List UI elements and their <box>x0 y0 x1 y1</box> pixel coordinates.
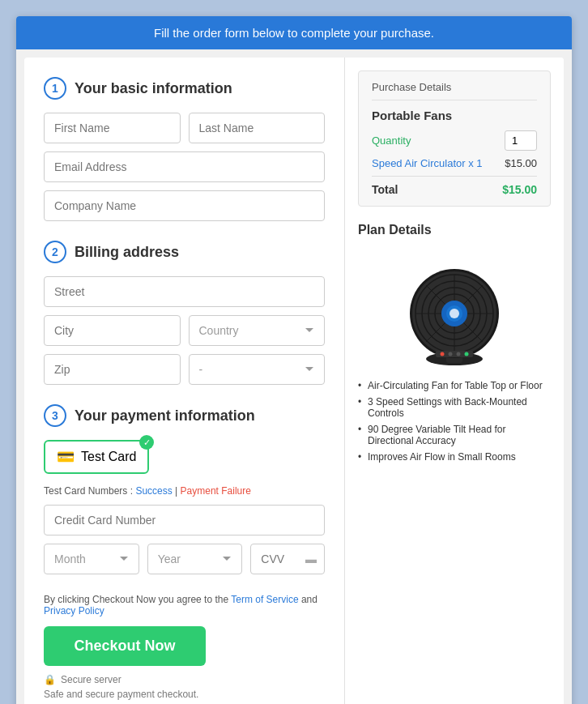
top-banner: Fill the order form below to complete yo… <box>16 16 572 49</box>
payment-header: 3 Your payment information <box>44 404 325 427</box>
street-row <box>44 276 325 307</box>
billing-header: 2 Billing address <box>44 241 325 263</box>
divider <box>372 176 537 177</box>
month-select[interactable]: Month 010203 040506 070809 101112 <box>44 544 139 574</box>
tos-link[interactable]: Term of Service <box>231 594 298 605</box>
terms-text: By clicking Checkout Now you agree to th… <box>44 594 325 617</box>
billing-title: Billing address <box>75 244 179 261</box>
feature-1: Air-Circulating Fan for Table Top or Flo… <box>358 380 551 391</box>
product-link[interactable]: Speed Air Circulator x 1 <box>372 157 483 169</box>
left-panel: 1 Your basic information 2 Billi <box>24 58 345 704</box>
product-price: $15.00 <box>505 157 537 169</box>
svg-point-19 <box>465 352 469 356</box>
lock-icon: 🔒 <box>44 674 56 685</box>
cvv-card-icon: ▬ <box>305 553 317 565</box>
section-number-1: 1 <box>44 77 66 100</box>
purchase-details-title: Purchase Details <box>372 81 537 100</box>
secure-row: 🔒 Secure server <box>44 674 325 685</box>
first-name-input[interactable] <box>44 113 181 143</box>
success-link[interactable]: Success <box>135 485 172 497</box>
safe-text: Safe and secure payment checkout. <box>44 689 325 700</box>
svg-point-16 <box>441 352 445 356</box>
basic-info-title: Your basic information <box>75 80 232 97</box>
expiry-cvv-row: Month 010203 040506 070809 101112 Year 2… <box>44 544 325 574</box>
cc-number-input[interactable] <box>44 505 325 535</box>
plan-features: Air-Circulating Fan for Table Top or Flo… <box>358 380 551 463</box>
payment-section: 3 Your payment information 💳 Test Card ✓… <box>44 404 325 574</box>
cc-row <box>44 505 325 535</box>
street-input[interactable] <box>44 276 325 307</box>
city-country-row: Country United States United Kingdom Can… <box>44 315 325 346</box>
svg-point-14 <box>450 309 459 318</box>
section-number-3: 3 <box>44 404 66 427</box>
quantity-label: Quantity <box>372 134 411 147</box>
name-row <box>44 113 325 143</box>
company-input[interactable] <box>44 190 325 221</box>
checkout-button[interactable]: Checkout Now <box>44 626 206 666</box>
plan-details: Plan Details <box>358 223 551 463</box>
feature-3: 90 Degree Variable Tilt Head for Directi… <box>358 424 551 446</box>
total-amount: $15.00 <box>502 183 537 196</box>
quantity-row: Quantity <box>372 130 537 151</box>
test-card-label: Test Card <box>81 450 136 464</box>
right-panel: Purchase Details Portable Fans Quantity … <box>345 58 564 704</box>
zip-state-row: - <box>44 354 325 385</box>
main-content: 1 Your basic information 2 Billi <box>24 58 564 704</box>
failure-link[interactable]: Payment Failure <box>181 485 251 497</box>
banner-text: Fill the order form below to complete yo… <box>154 26 434 40</box>
last-name-input[interactable] <box>189 113 326 143</box>
feature-4: Improves Air Flow in Small Rooms <box>358 451 551 463</box>
cvv-wrapper: ▬ <box>250 544 325 574</box>
plan-details-title: Plan Details <box>358 223 551 237</box>
page-wrapper: Fill the order form below to complete yo… <box>16 16 572 704</box>
email-row <box>44 151 325 182</box>
svg-point-18 <box>457 352 461 356</box>
purchase-details-box: Purchase Details Portable Fans Quantity … <box>358 70 551 207</box>
card-icon: 💳 <box>57 448 75 466</box>
city-input[interactable] <box>44 315 181 346</box>
total-row: Total $15.00 <box>372 183 537 196</box>
check-badge: ✓ <box>139 435 154 450</box>
state-select[interactable]: - <box>189 354 326 385</box>
basic-info-section: 1 Your basic information <box>44 77 325 221</box>
zip-input[interactable] <box>44 354 181 385</box>
company-row <box>44 190 325 221</box>
product-name: Portable Fans <box>372 109 537 122</box>
payment-title: Your payment information <box>75 407 255 425</box>
svg-point-17 <box>449 352 453 356</box>
product-line: Speed Air Circulator x 1 $15.00 <box>372 157 537 169</box>
country-select[interactable]: Country United States United Kingdom Can… <box>189 315 326 346</box>
secure-label: Secure server <box>61 674 121 685</box>
total-label: Total <box>372 183 398 196</box>
fan-image <box>394 247 515 369</box>
quantity-input[interactable] <box>505 130 537 151</box>
section-number-2: 2 <box>44 241 66 263</box>
test-card-box[interactable]: 💳 Test Card ✓ <box>44 440 149 474</box>
feature-2: 3 Speed Settings with Back-Mounted Contr… <box>358 396 551 419</box>
privacy-link[interactable]: Privacy Policy <box>44 605 104 617</box>
year-select[interactable]: Year 202420252026 202720282029 <box>147 544 243 574</box>
basic-info-header: 1 Your basic information <box>44 77 325 100</box>
billing-section: 2 Billing address Country United States … <box>44 241 325 385</box>
fan-image-wrapper <box>358 247 551 369</box>
test-card-numbers: Test Card Numbers : Success | Payment Fa… <box>44 485 325 497</box>
email-input[interactable] <box>44 151 325 182</box>
